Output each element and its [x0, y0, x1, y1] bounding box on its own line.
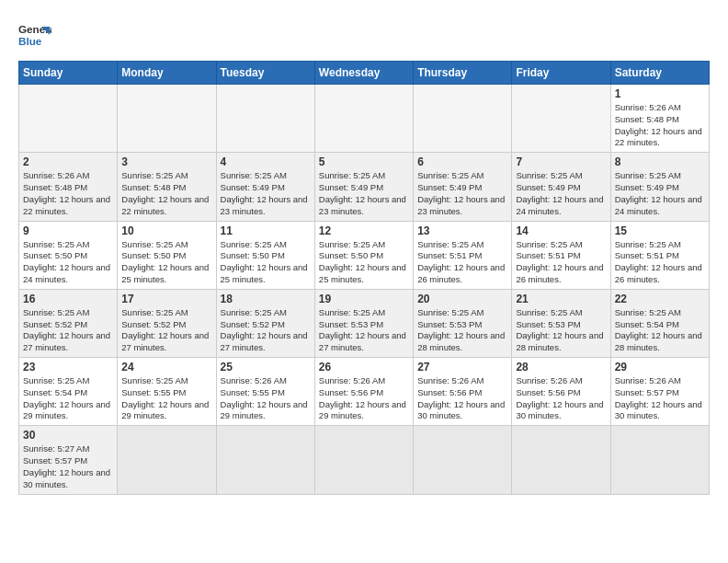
- header: General Blue: [18, 18, 710, 52]
- day-number: 1: [615, 87, 705, 100]
- calendar-cell: [512, 85, 610, 153]
- day-number: 6: [417, 155, 507, 168]
- page: General Blue SundayMondayTuesdayWednesda…: [0, 0, 728, 563]
- calendar-cell: 1Sunrise: 5:26 AM Sunset: 5:48 PM Daylig…: [610, 85, 709, 153]
- day-number: 5: [319, 155, 409, 168]
- day-number: 28: [516, 361, 606, 373]
- calendar-cell: [414, 85, 512, 153]
- day-number: 20: [417, 293, 507, 305]
- calendar-cell: 22Sunrise: 5:25 AM Sunset: 5:54 PM Dayli…: [610, 289, 709, 357]
- day-number: 15: [615, 224, 705, 237]
- calendar-cell: 15Sunrise: 5:25 AM Sunset: 5:51 PM Dayli…: [610, 221, 709, 289]
- day-info: Sunrise: 5:25 AM Sunset: 5:52 PM Dayligh…: [23, 307, 113, 354]
- day-info: Sunrise: 5:25 AM Sunset: 5:49 PM Dayligh…: [417, 170, 507, 217]
- calendar-cell: 18Sunrise: 5:25 AM Sunset: 5:52 PM Dayli…: [216, 289, 314, 357]
- calendar-cell: 20Sunrise: 5:25 AM Sunset: 5:53 PM Dayli…: [414, 289, 512, 357]
- calendar-cell: [216, 85, 314, 153]
- calendar-week-row: 2Sunrise: 5:26 AM Sunset: 5:48 PM Daylig…: [19, 153, 710, 221]
- day-info: Sunrise: 5:25 AM Sunset: 5:51 PM Dayligh…: [417, 239, 507, 286]
- day-number: 25: [221, 361, 311, 373]
- day-info: Sunrise: 5:26 AM Sunset: 5:57 PM Dayligh…: [615, 375, 705, 422]
- day-number: 18: [221, 293, 311, 305]
- day-number: 26: [319, 361, 409, 373]
- calendar-cell: 2Sunrise: 5:26 AM Sunset: 5:48 PM Daylig…: [19, 153, 118, 221]
- day-number: 21: [516, 293, 606, 305]
- calendar-cell: 12Sunrise: 5:25 AM Sunset: 5:50 PM Dayli…: [314, 221, 413, 289]
- weekday-saturday: Saturday: [610, 62, 709, 85]
- calendar-cell: 30Sunrise: 5:27 AM Sunset: 5:57 PM Dayli…: [19, 426, 118, 494]
- day-number: 7: [516, 155, 606, 168]
- day-info: Sunrise: 5:25 AM Sunset: 5:50 PM Dayligh…: [23, 239, 113, 286]
- calendar-week-row: 16Sunrise: 5:25 AM Sunset: 5:52 PM Dayli…: [19, 289, 710, 357]
- calendar-cell: 28Sunrise: 5:26 AM Sunset: 5:56 PM Dayli…: [512, 358, 610, 426]
- calendar-cell: 26Sunrise: 5:26 AM Sunset: 5:56 PM Dayli…: [314, 358, 413, 426]
- day-number: 30: [23, 429, 113, 442]
- calendar-cell: 3Sunrise: 5:25 AM Sunset: 5:48 PM Daylig…: [118, 153, 216, 221]
- day-number: 11: [221, 224, 311, 237]
- calendar-cell: 10Sunrise: 5:25 AM Sunset: 5:50 PM Dayli…: [118, 221, 216, 289]
- day-info: Sunrise: 5:25 AM Sunset: 5:49 PM Dayligh…: [615, 170, 705, 217]
- calendar-cell: 19Sunrise: 5:25 AM Sunset: 5:53 PM Dayli…: [314, 289, 413, 357]
- day-info: Sunrise: 5:25 AM Sunset: 5:49 PM Dayligh…: [319, 170, 409, 217]
- calendar-cell: 5Sunrise: 5:25 AM Sunset: 5:49 PM Daylig…: [314, 153, 413, 221]
- day-info: Sunrise: 5:26 AM Sunset: 5:56 PM Dayligh…: [319, 375, 409, 422]
- day-info: Sunrise: 5:25 AM Sunset: 5:52 PM Dayligh…: [121, 307, 211, 354]
- calendar-table: SundayMondayTuesdayWednesdayThursdayFrid…: [18, 61, 710, 495]
- day-number: 3: [121, 155, 211, 168]
- weekday-header-row: SundayMondayTuesdayWednesdayThursdayFrid…: [19, 62, 710, 85]
- calendar-cell: 7Sunrise: 5:25 AM Sunset: 5:49 PM Daylig…: [512, 153, 610, 221]
- calendar-cell: 23Sunrise: 5:25 AM Sunset: 5:54 PM Dayli…: [19, 358, 118, 426]
- day-number: 4: [221, 155, 311, 168]
- day-info: Sunrise: 5:25 AM Sunset: 5:50 PM Dayligh…: [121, 239, 211, 286]
- day-info: Sunrise: 5:25 AM Sunset: 5:49 PM Dayligh…: [221, 170, 311, 217]
- day-number: 16: [23, 293, 113, 305]
- calendar-cell: 6Sunrise: 5:25 AM Sunset: 5:49 PM Daylig…: [414, 153, 512, 221]
- day-info: Sunrise: 5:25 AM Sunset: 5:53 PM Dayligh…: [417, 307, 507, 354]
- calendar-cell: [314, 426, 413, 494]
- calendar-cell: 24Sunrise: 5:25 AM Sunset: 5:55 PM Dayli…: [118, 358, 216, 426]
- day-number: 8: [615, 155, 705, 168]
- day-info: Sunrise: 5:25 AM Sunset: 5:52 PM Dayligh…: [221, 307, 311, 354]
- day-number: 10: [121, 224, 211, 237]
- day-info: Sunrise: 5:26 AM Sunset: 5:56 PM Dayligh…: [417, 375, 507, 422]
- calendar-week-row: 30Sunrise: 5:27 AM Sunset: 5:57 PM Dayli…: [19, 426, 710, 494]
- weekday-thursday: Thursday: [414, 62, 512, 85]
- calendar-cell: 25Sunrise: 5:26 AM Sunset: 5:55 PM Dayli…: [216, 358, 314, 426]
- day-number: 24: [121, 361, 211, 373]
- day-info: Sunrise: 5:25 AM Sunset: 5:49 PM Dayligh…: [516, 170, 606, 217]
- calendar-cell: 14Sunrise: 5:25 AM Sunset: 5:51 PM Dayli…: [512, 221, 610, 289]
- day-info: Sunrise: 5:27 AM Sunset: 5:57 PM Dayligh…: [23, 443, 113, 490]
- day-number: 12: [319, 224, 409, 237]
- calendar-cell: [610, 426, 709, 494]
- weekday-wednesday: Wednesday: [314, 62, 413, 85]
- calendar-week-row: 9Sunrise: 5:25 AM Sunset: 5:50 PM Daylig…: [19, 221, 710, 289]
- calendar-cell: 21Sunrise: 5:25 AM Sunset: 5:53 PM Dayli…: [512, 289, 610, 357]
- calendar-cell: 29Sunrise: 5:26 AM Sunset: 5:57 PM Dayli…: [610, 358, 709, 426]
- day-info: Sunrise: 5:25 AM Sunset: 5:51 PM Dayligh…: [516, 239, 606, 286]
- calendar-cell: 16Sunrise: 5:25 AM Sunset: 5:52 PM Dayli…: [19, 289, 118, 357]
- day-number: 19: [319, 293, 409, 305]
- day-number: 29: [615, 361, 705, 373]
- calendar-cell: [314, 85, 413, 153]
- day-info: Sunrise: 5:25 AM Sunset: 5:54 PM Dayligh…: [23, 375, 113, 422]
- calendar-cell: 17Sunrise: 5:25 AM Sunset: 5:52 PM Dayli…: [118, 289, 216, 357]
- day-number: 13: [417, 224, 507, 237]
- day-info: Sunrise: 5:26 AM Sunset: 5:56 PM Dayligh…: [516, 375, 606, 422]
- day-info: Sunrise: 5:25 AM Sunset: 5:54 PM Dayligh…: [615, 307, 705, 354]
- day-number: 23: [23, 361, 113, 373]
- weekday-sunday: Sunday: [19, 62, 118, 85]
- calendar-cell: [19, 85, 118, 153]
- day-info: Sunrise: 5:25 AM Sunset: 5:51 PM Dayligh…: [615, 239, 705, 286]
- calendar-cell: 4Sunrise: 5:25 AM Sunset: 5:49 PM Daylig…: [216, 153, 314, 221]
- day-number: 14: [516, 224, 606, 237]
- day-number: 22: [615, 293, 705, 305]
- day-number: 27: [417, 361, 507, 373]
- weekday-friday: Friday: [512, 62, 610, 85]
- calendar-cell: [512, 426, 610, 494]
- day-info: Sunrise: 5:25 AM Sunset: 5:55 PM Dayligh…: [121, 375, 211, 422]
- generalblue-logo-icon: General Blue: [18, 18, 51, 52]
- day-info: Sunrise: 5:26 AM Sunset: 5:55 PM Dayligh…: [221, 375, 311, 422]
- weekday-tuesday: Tuesday: [216, 62, 314, 85]
- day-number: 2: [23, 155, 113, 168]
- day-info: Sunrise: 5:26 AM Sunset: 5:48 PM Dayligh…: [23, 170, 113, 217]
